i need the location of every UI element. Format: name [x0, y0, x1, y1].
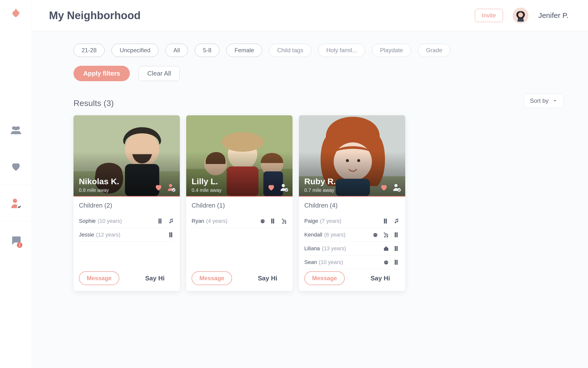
- book-icon: [394, 259, 400, 265]
- say-hi-button[interactable]: Say Hi: [145, 275, 165, 282]
- say-hi-button[interactable]: Say Hi: [258, 275, 278, 282]
- children-heading: Children (4): [304, 202, 400, 209]
- content: 21-28 Uncpecified All 5-8 Female Child t…: [32, 31, 588, 368]
- child-item: Liliana (13 years): [304, 242, 400, 255]
- favorite-icon[interactable]: [154, 183, 163, 192]
- pig-icon: [260, 218, 266, 224]
- person-card: Lilly L. 0.4 mile away Children (1) Ryan…: [186, 115, 293, 291]
- person-distance: 0.4 mile away: [192, 187, 221, 193]
- clear-all-button[interactable]: Clear All: [139, 66, 180, 81]
- child-name: Kendall: [304, 232, 322, 238]
- book-icon: [270, 218, 276, 224]
- person-distance: 0.8 mile away: [79, 187, 109, 193]
- child-item: Paige (7 years): [304, 214, 400, 228]
- child-age: (10 years): [319, 259, 343, 265]
- child-name: Sophie: [79, 218, 96, 224]
- person-card: Nikolas K. 0.8 mile away Children (2) So…: [74, 115, 180, 291]
- apply-filters-button[interactable]: Apply filters: [74, 66, 130, 81]
- chip-all[interactable]: All: [165, 44, 188, 57]
- svg-point-10: [518, 13, 523, 17]
- chip-holy-family[interactable]: Holy famil...: [318, 44, 365, 57]
- child-name: Sean: [304, 259, 317, 265]
- chat-badge: 1: [17, 242, 22, 248]
- music-icon: [394, 218, 400, 224]
- children-heading: Children (1): [192, 202, 287, 209]
- chip-playdate[interactable]: Playdate: [372, 44, 411, 57]
- child-age: (12 years): [96, 232, 120, 238]
- child-age: (13 years): [322, 245, 346, 252]
- pig-icon: [383, 259, 389, 265]
- book-icon: [158, 218, 164, 224]
- heart-icon: [10, 161, 22, 172]
- book-icon: [169, 232, 174, 238]
- message-button[interactable]: Message: [79, 271, 119, 285]
- child-name: Paige: [304, 218, 318, 224]
- child-name: Liliana: [304, 245, 320, 252]
- verify-icon[interactable]: [280, 183, 288, 192]
- chip-age[interactable]: 21-28: [74, 44, 105, 57]
- topbar: My Neighborhood Invite Jenifer P.: [32, 0, 588, 31]
- logo-icon: [11, 7, 21, 18]
- page-title: My Neighborhood: [49, 9, 141, 22]
- home-icon: [383, 246, 389, 251]
- book-icon: [394, 246, 400, 251]
- person-distance: 0.7 mile away: [304, 187, 334, 193]
- child-item: Sean (10 years): [304, 255, 400, 269]
- children-heading: Children (2): [79, 202, 174, 209]
- chip-unspecified[interactable]: Uncpecified: [111, 44, 158, 57]
- sort-by-label: Sort by: [530, 97, 549, 104]
- invite-button[interactable]: Invite: [475, 9, 503, 22]
- child-age: (4 years): [206, 218, 227, 224]
- pig-icon: [372, 232, 378, 238]
- results-label: Results (3): [74, 98, 114, 108]
- filter-chips: 21-28 Uncpecified All 5-8 Female Child t…: [74, 44, 564, 57]
- chevron-down-icon: [552, 98, 557, 103]
- card-image[interactable]: Nikolas K. 0.8 mile away: [74, 115, 180, 197]
- child-list: Sophie (10 years) Jessie (12 years): [79, 214, 174, 269]
- child-age: (7 years): [320, 218, 341, 224]
- favorite-icon[interactable]: [380, 183, 388, 192]
- person-name: Lilly L.: [192, 177, 218, 186]
- favorite-icon[interactable]: [267, 183, 275, 192]
- child-item: Jessie (12 years): [79, 228, 174, 242]
- stroller-icon: [383, 232, 389, 238]
- chip-child-tags[interactable]: Child tags: [269, 44, 311, 57]
- person-name: Nikolas K.: [79, 177, 119, 186]
- book-icon: [394, 232, 400, 238]
- sort-by-select[interactable]: Sort by: [524, 94, 564, 108]
- username: Jenifer P.: [538, 11, 568, 20]
- child-age: (6 years): [324, 232, 345, 238]
- child-list: Paige (7 years) Kendall (6 years) Lilian…: [304, 214, 400, 269]
- child-name: Jessie: [79, 232, 94, 238]
- say-hi-button[interactable]: Say Hi: [371, 275, 390, 282]
- sidebar-item-chat[interactable]: 1: [0, 222, 32, 259]
- child-item: Kendall (6 years): [304, 228, 400, 242]
- book-icon: [383, 218, 389, 224]
- avatar[interactable]: [513, 8, 528, 23]
- message-button[interactable]: Message: [192, 271, 232, 285]
- verify-icon[interactable]: [167, 183, 175, 192]
- card-image[interactable]: Ruby R. 0.7 mile away: [299, 115, 405, 197]
- child-item: Sophie (10 years): [79, 214, 174, 228]
- sidebar-item-group[interactable]: [0, 111, 32, 148]
- person-check-icon: [10, 198, 22, 209]
- result-cards: Nikolas K. 0.8 mile away Children (2) So…: [74, 115, 564, 291]
- chip-5-8[interactable]: 5-8: [195, 44, 220, 57]
- chip-grade[interactable]: Grade: [418, 44, 451, 57]
- child-name: Ryan: [192, 218, 204, 224]
- child-age: (10 years): [98, 218, 122, 224]
- person-name: Ruby R.: [304, 177, 336, 186]
- person-card: Ruby R. 0.7 mile away Children (4) Paige…: [299, 115, 405, 291]
- verify-icon[interactable]: [392, 183, 401, 192]
- stroller-icon: [281, 218, 287, 224]
- music-icon: [169, 218, 174, 224]
- chip-female[interactable]: Female: [226, 44, 262, 57]
- group-icon: [10, 124, 22, 135]
- message-button[interactable]: Message: [304, 271, 345, 285]
- card-image[interactable]: Lilly L. 0.4 mile away: [186, 115, 293, 197]
- sidebar-item-verified[interactable]: [0, 185, 32, 222]
- sidebar-item-favorites[interactable]: [0, 148, 32, 185]
- child-item: Ryan (4 years): [192, 214, 287, 228]
- child-list: Ryan (4 years): [192, 214, 287, 269]
- sidebar: 1: [0, 0, 32, 368]
